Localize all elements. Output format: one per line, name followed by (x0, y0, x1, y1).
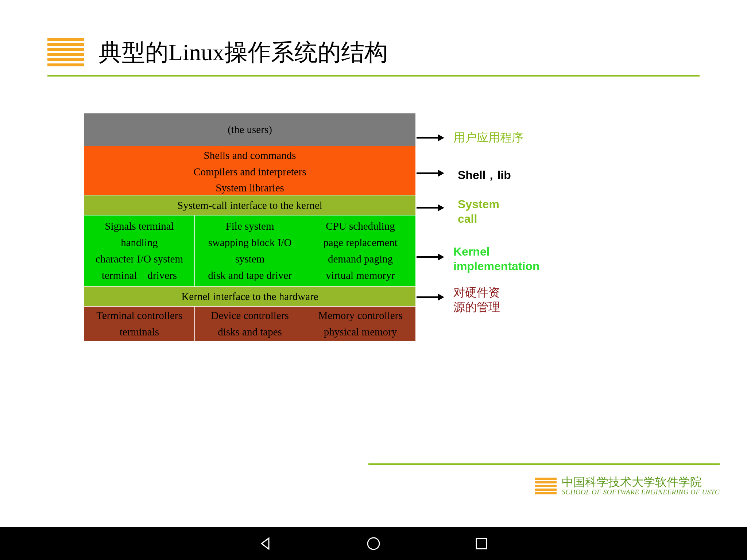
svg-rect-1 (476, 538, 487, 549)
kernel-c1-l2: handling (85, 234, 194, 251)
kernel-c3-l2: page replacement (306, 234, 415, 251)
layer-users-text: (the users) (84, 121, 415, 138)
label-kernel-l1: Kernel (453, 245, 490, 258)
kernel-c2-l1: File system (196, 218, 304, 234)
kernel-c1-l4: terminal drivers (85, 267, 194, 284)
footer-underline (368, 463, 720, 465)
hw-c1-l1: Terminal controllers (85, 307, 194, 324)
home-button[interactable] (365, 535, 382, 552)
arrow-icon (417, 134, 444, 141)
hw-c3-l2: physical memory (306, 324, 415, 340)
label-user-app: 用户应用程序 (453, 130, 523, 145)
label-syscall-l2: call (458, 212, 477, 225)
label-syscall-l1: System (458, 198, 499, 211)
circle-home-icon (366, 536, 381, 551)
label-kernel-l2: implementation (453, 260, 539, 273)
layer-hwinterface: Kernel interface to the hardware (84, 287, 415, 307)
label-kernel-impl: Kernel implementation (453, 244, 539, 273)
title-underline (47, 75, 700, 77)
footer-en: SCHOOL OF SOFTWARE ENGINEERING OF USTC (562, 489, 720, 496)
logo-icon (47, 38, 84, 67)
square-recent-icon (475, 537, 488, 551)
layer-syscall: System-call interface to the kernel (84, 195, 415, 215)
logo-icon (535, 478, 557, 494)
kernel-col3: CPU scheduling page replacement demand p… (305, 215, 415, 286)
kernel-c2-l4: disk and tape driver (196, 267, 304, 284)
arrow-icon (417, 253, 444, 261)
hw-col2: Device controllers disks and tapes (195, 307, 305, 341)
slide-title: 典型的Linux操作系统的结构 (98, 36, 388, 68)
android-navbar (0, 527, 747, 560)
kernel-c2-l2: swapping block I/O (196, 234, 304, 251)
svg-point-0 (368, 538, 379, 549)
layer-kernel: Signals terminal handling character I/O … (84, 215, 415, 287)
recent-apps-button[interactable] (473, 535, 490, 552)
kernel-c1-l3: character I/O system (85, 251, 194, 267)
arrow-icon (417, 204, 444, 211)
kernel-col1: Signals terminal handling character I/O … (84, 215, 195, 286)
layer-shell-l1: Shells and commands (84, 147, 415, 164)
layer-hardware: Terminal controllers terminals Device co… (84, 307, 415, 341)
footer-text: 中国科学技术大学软件学院 SCHOOL OF SOFTWARE ENGINEER… (562, 476, 720, 496)
label-hw-mgmt: 对硬件资 源的管理 (453, 285, 500, 314)
hw-c2-l2: disks and tapes (196, 324, 304, 340)
label-shell-lib: Shell，lib (458, 168, 511, 182)
hw-c3-l1: Memory controllers (306, 307, 415, 324)
label-hw-l1: 对硬件资 (453, 286, 500, 299)
layer-syscall-text: System-call interface to the kernel (84, 197, 415, 214)
hw-c2-l1: Device controllers (196, 307, 304, 324)
layer-shell-l2: Compilers and interpreters (84, 164, 415, 180)
layer-users: (the users) (84, 113, 415, 146)
kernel-c3-l4: virtual memoryr (306, 267, 415, 284)
arrow-icon (417, 293, 444, 301)
slide: 典型的Linux操作系统的结构 (the users) Shells and c… (0, 0, 747, 527)
footer: 中国科学技术大学软件学院 SCHOOL OF SOFTWARE ENGINEER… (535, 476, 720, 496)
hw-c1-l2: terminals (85, 324, 194, 340)
layer-shell: Shells and commands Compilers and interp… (84, 146, 415, 195)
layer-diagram: (the users) Shells and commands Compiler… (84, 113, 416, 342)
kernel-c1-l1: Signals terminal (85, 218, 194, 234)
back-button[interactable] (257, 535, 274, 552)
slide-header: 典型的Linux操作系统的结构 (47, 36, 721, 68)
layer-shell-l3: System libraries (84, 180, 415, 196)
hw-col1: Terminal controllers terminals (84, 307, 195, 341)
arrow-icon (417, 170, 444, 177)
label-system-call: System call (458, 197, 499, 226)
kernel-c3-l1: CPU scheduling (306, 218, 415, 234)
slide-content: (the users) Shells and commands Compiler… (84, 113, 667, 342)
layer-hwinterface-text: Kernel interface to the hardware (84, 288, 415, 305)
kernel-col2: File system swapping block I/O system di… (195, 215, 305, 286)
hw-col3: Memory controllers physical memory (305, 307, 415, 341)
annotations: 用户应用程序 Shell，lib System call Kernel impl… (416, 113, 667, 342)
label-hw-l2: 源的管理 (453, 300, 500, 314)
triangle-back-icon (258, 536, 273, 551)
footer-cn: 中国科学技术大学软件学院 (562, 476, 720, 489)
kernel-c3-l3: demand paging (306, 251, 415, 267)
kernel-c2-l3: system (196, 251, 304, 267)
